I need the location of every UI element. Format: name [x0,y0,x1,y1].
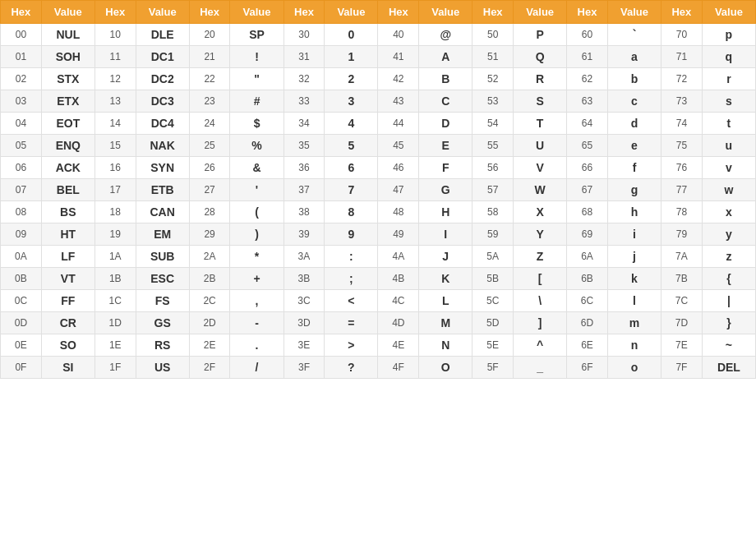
value-cell: Q [514,46,567,68]
hex-cell: 78 [662,201,703,223]
value-cell: HT [41,223,94,246]
table-row: 0ALF1ASUB2A*3A:4AJ5AZ6Aj7Az [1,246,756,268]
hex-cell: 24 [189,113,230,135]
column-header: Value [41,1,94,24]
table-row: 08BS18CAN28(38848H58X68h78x [1,201,756,223]
value-cell: DC4 [136,113,189,135]
hex-cell: 23 [189,90,230,113]
column-header: Value [607,1,661,24]
value-cell: DC2 [136,68,189,90]
value-cell: NAK [136,135,189,157]
hex-cell: 4A [378,246,419,268]
hex-cell: 28 [189,201,230,223]
hex-cell: 47 [378,179,419,201]
hex-cell: 34 [284,113,325,135]
hex-cell: 4C [378,290,419,312]
value-cell: 1 [325,46,378,68]
value-cell: $ [230,113,284,135]
hex-cell: 21 [189,46,230,68]
value-cell: [ [514,268,567,290]
value-cell: ETX [41,90,94,113]
hex-cell: 62 [567,68,608,90]
hex-cell: 2A [189,246,230,268]
hex-cell: 41 [378,46,419,68]
value-cell: T [514,113,567,135]
value-cell: | [702,290,755,312]
hex-cell: 3A [284,246,325,268]
hex-cell: 33 [284,90,325,113]
hex-cell: 7E [662,334,703,357]
value-cell: H [419,201,472,223]
value-cell: v [702,157,755,179]
hex-cell: 6D [567,312,608,334]
value-cell: n [607,334,661,357]
table-row: 05ENQ15NAK25%35545E55U65e75u [1,135,756,157]
hex-cell: 3D [284,312,325,334]
value-cell: j [607,246,661,268]
value-cell: k [607,268,661,290]
value-cell: FS [136,290,189,312]
hex-cell: 6A [567,246,608,268]
value-cell: SUB [136,246,189,268]
hex-cell: 36 [284,157,325,179]
value-cell: Z [514,246,567,268]
hex-cell: 37 [284,179,325,201]
hex-cell: 57 [472,179,514,201]
hex-cell: 2F [189,357,230,379]
value-cell: L [419,290,472,312]
hex-cell: 3E [284,334,325,357]
hex-cell: 45 [378,135,419,157]
hex-cell: 04 [1,113,42,135]
table-row: 0CFF1CFS2C,3C<4CL5C\6Cl7C| [1,290,756,312]
table-row: 0FSI1FUS2F/3F?4FO5F_6Fo7FDEL [1,357,756,379]
hex-cell: 0E [1,334,42,357]
hex-cell: 59 [472,223,514,246]
value-cell: C [419,90,472,113]
hex-cell: 1C [94,290,136,312]
value-cell: VT [41,268,94,290]
hex-cell: 2E [189,334,230,357]
value-cell: SP [230,24,284,46]
value-cell: " [230,68,284,90]
value-cell: P [514,24,567,46]
hex-cell: 79 [662,223,703,246]
hex-cell: 05 [1,135,42,157]
hex-cell: 58 [472,201,514,223]
value-cell: K [419,268,472,290]
value-cell: S [514,90,567,113]
value-cell: US [136,357,189,379]
table-row: 09HT19EM29)39949I59Y69i79y [1,223,756,246]
hex-cell: 29 [189,223,230,246]
table-row: 02STX12DC222"32242B52R62b72r [1,68,756,90]
hex-cell: 5C [472,290,514,312]
column-header: Value [230,1,284,24]
value-cell: A [419,46,472,68]
hex-cell: 19 [94,223,136,246]
value-cell: m [607,312,661,334]
hex-cell: 60 [567,24,608,46]
value-cell: ; [325,268,378,290]
hex-cell: 4E [378,334,419,357]
table-row: 0DCR1DGS2D-3D=4DM5D]6Dm7D} [1,312,756,334]
table-row: 03ETX13DC323#33343C53S63c73s [1,90,756,113]
value-cell: w [702,179,755,201]
table-row: 07BEL17ETB27'37747G57W67g77w [1,179,756,201]
value-cell: J [419,246,472,268]
hex-cell: 63 [567,90,608,113]
hex-cell: 02 [1,68,42,90]
value-cell: 8 [325,201,378,223]
hex-cell: 6B [567,268,608,290]
value-cell: E [419,135,472,157]
hex-cell: 12 [94,68,136,90]
column-header: Value [419,1,472,24]
value-cell: ~ [702,334,755,357]
value-cell: x [702,201,755,223]
hex-cell: 7D [662,312,703,334]
value-cell: ? [325,357,378,379]
hex-cell: 42 [378,68,419,90]
value-cell: BS [41,201,94,223]
hex-cell: 2D [189,312,230,334]
value-cell: SYN [136,157,189,179]
value-cell: p [702,24,755,46]
column-header: Hex [284,1,325,24]
